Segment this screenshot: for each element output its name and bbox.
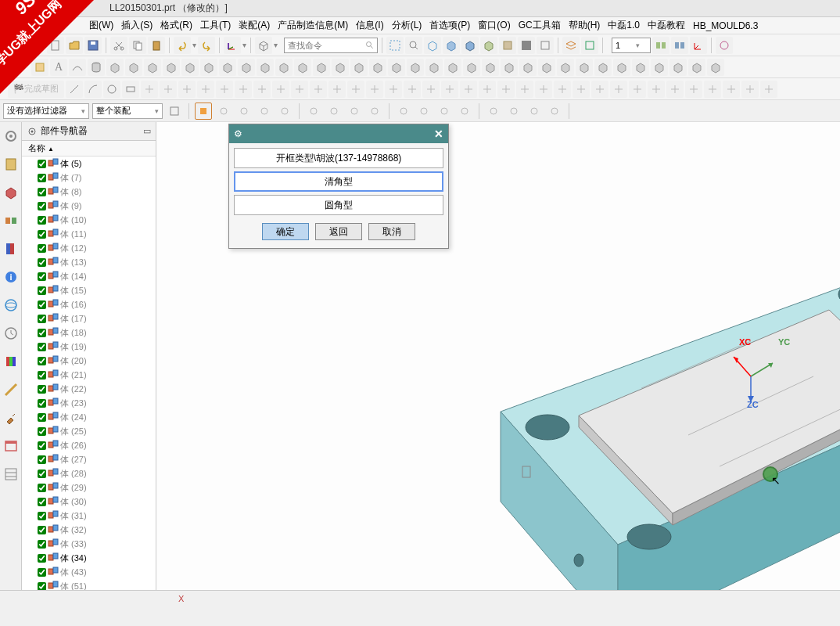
dialog-option-round-corner[interactable]: 圆角型 — [234, 195, 443, 215]
curve-tool-1-icon[interactable] — [160, 81, 177, 98]
graphics-viewport[interactable]: XC YC ZC ↖ ⚙ ✕ 开框类型\胡波(137-14978868) 清角型… — [156, 122, 840, 590]
nav-checkbox[interactable] — [38, 216, 46, 225]
sel-tool-0-icon[interactable] — [215, 103, 232, 120]
nav-checkbox[interactable] — [38, 329, 46, 337]
nav-checkbox[interactable] — [38, 202, 46, 210]
nav-body-item[interactable]: 体 (17) — [22, 311, 156, 326]
curve-tool-4-icon[interactable] — [216, 81, 233, 98]
curve-tool-26-icon[interactable] — [629, 81, 646, 98]
nav-checkbox[interactable] — [38, 540, 46, 549]
window-tab-icon[interactable] — [3, 438, 19, 454]
menu-item[interactable]: 产品制造信息(M) — [275, 19, 351, 32]
curve-tool-5-icon[interactable] — [235, 81, 252, 98]
menu-item[interactable]: 中磊1.0 — [605, 19, 643, 32]
model-tool-11-icon[interactable] — [313, 59, 330, 76]
nav-checkbox[interactable] — [38, 258, 46, 267]
curve-tool-3-icon[interactable] — [197, 81, 214, 98]
menu-item[interactable]: 分析(L) — [389, 19, 425, 32]
nav-body-item[interactable]: 体 (51) — [22, 579, 156, 590]
nav-checkbox[interactable] — [38, 484, 46, 492]
nav-body-item[interactable]: 体 (7) — [22, 171, 156, 185]
save-icon[interactable] — [84, 37, 102, 54]
nav-checkbox[interactable] — [38, 413, 46, 422]
curve-tool-24-icon[interactable] — [591, 81, 608, 98]
nav-body-item[interactable]: 体 (31) — [22, 509, 156, 523]
sel-mode1-icon[interactable] — [195, 103, 212, 120]
nav-tab-icon[interactable] — [3, 156, 19, 172]
filter-combo[interactable]: 没有选择过滤器▾ — [3, 103, 89, 119]
dialog-close-icon[interactable]: ✕ — [434, 128, 443, 140]
new-file-icon[interactable] — [47, 37, 64, 54]
nav-body-item[interactable]: 体 (9) — [22, 199, 156, 213]
curve-tool-10-icon[interactable] — [328, 81, 346, 98]
model-tool-2-icon[interactable] — [144, 59, 161, 76]
model-tool-0-icon[interactable] — [106, 59, 124, 76]
curve-tool-6-icon[interactable] — [253, 81, 271, 98]
wireframe-icon[interactable] — [424, 37, 441, 54]
sel-tool-4-icon[interactable] — [305, 103, 322, 120]
measure-tab-icon[interactable] — [3, 382, 19, 398]
dialog-gear-icon[interactable]: ⚙ — [234, 128, 242, 139]
curve-tool-20-icon[interactable] — [516, 81, 533, 98]
nav-body-item[interactable]: 体 (26) — [22, 438, 156, 452]
nav-checkbox[interactable] — [38, 554, 46, 563]
nav-checkbox[interactable] — [38, 427, 46, 436]
sel-box-icon[interactable] — [166, 103, 183, 120]
nav-body-item[interactable]: 体 (8) — [22, 185, 156, 199]
open-icon[interactable] — [66, 37, 83, 54]
model-tool-8-icon[interactable] — [257, 59, 274, 76]
nav-body-item[interactable]: 体 (5) — [22, 156, 156, 171]
curve-tool-14-icon[interactable] — [404, 81, 421, 98]
menu-item[interactable]: 装配(A) — [235, 19, 273, 32]
constraint-tab-icon[interactable] — [3, 213, 19, 228]
assembly-tab-icon[interactable] — [3, 185, 19, 200]
curve-tool-13-icon[interactable] — [385, 81, 402, 98]
nav-body-item[interactable]: 体 (32) — [22, 523, 156, 537]
gear-icon[interactable] — [27, 126, 38, 137]
nav-checkbox[interactable] — [38, 498, 46, 506]
menu-item[interactable]: HB_MOULD6.3 — [690, 20, 761, 31]
model-tool-9-icon[interactable] — [275, 59, 293, 76]
nav-body-item[interactable]: 体 (24) — [22, 410, 156, 424]
sel-tool-2-icon[interactable] — [256, 103, 273, 120]
sel-tool-8-icon[interactable] — [395, 103, 412, 120]
nav-checkbox[interactable] — [38, 286, 46, 295]
reframe-icon[interactable] — [581, 37, 598, 54]
nav-body-item[interactable]: 体 (16) — [22, 297, 156, 311]
nav-body-item[interactable]: 体 (19) — [22, 340, 156, 354]
curve-tool-17-icon[interactable] — [460, 81, 477, 98]
menu-item[interactable]: 中磊教程 — [644, 19, 688, 32]
curve-tool-11-icon[interactable] — [347, 81, 364, 98]
nav-checkbox[interactable] — [38, 343, 46, 351]
fit-icon[interactable] — [386, 37, 404, 54]
model-tool-7-icon[interactable] — [238, 59, 255, 76]
back-button[interactable]: 返回 — [315, 223, 362, 240]
curve-tool-28-icon[interactable] — [666, 81, 684, 98]
model-tool-13-icon[interactable] — [350, 59, 368, 76]
navigator-column-header[interactable]: 名称 ▲ — [22, 141, 156, 156]
model-tool-14-icon[interactable] — [369, 59, 386, 76]
nav-checkbox[interactable] — [38, 441, 46, 450]
gear-tab-icon[interactable] — [3, 128, 19, 144]
shaded-icon[interactable] — [443, 37, 460, 54]
model-tool-3-icon[interactable] — [163, 59, 180, 76]
undo-icon[interactable] — [174, 37, 191, 54]
curve-tool-7-icon[interactable] — [272, 81, 289, 98]
number-input[interactable]: ▾ — [612, 38, 651, 53]
command-search[interactable] — [284, 38, 378, 53]
curve-icon[interactable] — [69, 59, 86, 76]
model-tool-10-icon[interactable] — [294, 59, 311, 76]
nav-checkbox[interactable] — [38, 470, 46, 478]
nav-body-item[interactable]: 体 (23) — [22, 396, 156, 410]
nav-body-item[interactable]: 体 (27) — [22, 452, 156, 466]
nav-body-item[interactable]: 体 (34) — [22, 551, 156, 565]
nav-body-item[interactable]: 体 (28) — [22, 466, 156, 480]
rect-icon[interactable] — [122, 81, 139, 98]
ok-button[interactable]: 确定 — [262, 223, 309, 240]
nav-checkbox[interactable] — [38, 160, 46, 168]
model-tool-27-icon[interactable] — [613, 59, 630, 76]
text-icon[interactable]: A — [50, 59, 67, 76]
nav-checkbox[interactable] — [38, 526, 46, 534]
clip-icon[interactable] — [518, 37, 535, 54]
nav-body-item[interactable]: 体 (22) — [22, 382, 156, 396]
